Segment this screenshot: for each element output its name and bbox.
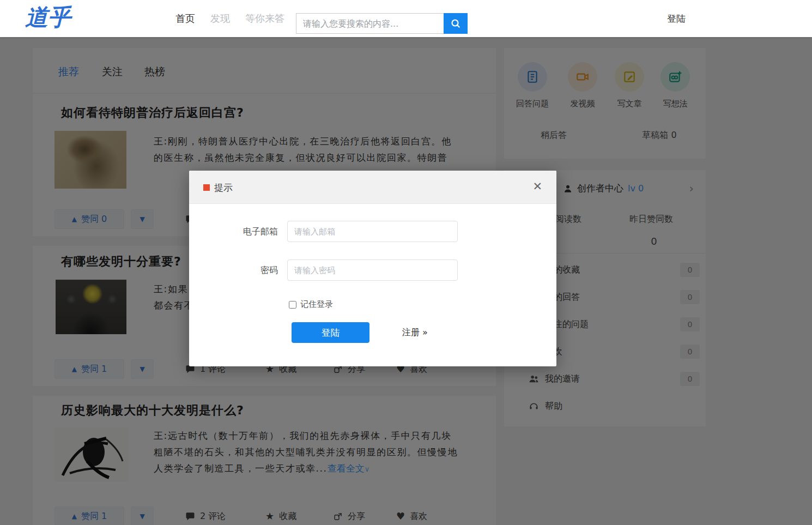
password-field[interactable] — [287, 260, 458, 281]
alert-square-icon — [203, 184, 210, 191]
nav-item-home[interactable]: 首页 — [175, 12, 195, 25]
modal-title: 提示 — [214, 182, 233, 194]
nav-item-waiting-answers[interactable]: 等你来答 — [245, 12, 284, 25]
register-link[interactable]: 注册 » — [402, 327, 428, 339]
search-input[interactable] — [296, 13, 444, 34]
login-button[interactable]: 登陆 — [292, 322, 369, 343]
nav-item-discover[interactable]: 发现 — [210, 12, 230, 25]
password-label: 密码 — [189, 260, 278, 281]
app: 道乎 首页 发现 等你来答 登陆 推荐 关注 热榜 如何看待特朗普治疗后返回白宫… — [0, 0, 812, 525]
email-field[interactable] — [287, 221, 458, 242]
modal-header: 提示 ✕ — [189, 171, 556, 204]
login-modal: 提示 ✕ 电子邮箱 密码 记住登录 登陆 注册 » — [189, 171, 556, 366]
email-row: 电子邮箱 — [189, 221, 556, 242]
top-navbar: 道乎 首页 发现 等你来答 登陆 — [0, 0, 812, 37]
email-label: 电子邮箱 — [189, 221, 278, 242]
password-row: 密码 — [189, 260, 556, 281]
search-icon — [450, 18, 461, 29]
navbar-login-link[interactable]: 登陆 — [667, 13, 686, 25]
remember-login-checkbox[interactable] — [289, 301, 296, 309]
search-button[interactable] — [444, 13, 468, 34]
close-icon[interactable]: ✕ — [529, 179, 546, 194]
site-logo[interactable]: 道乎 — [25, 2, 71, 33]
search-box — [296, 13, 468, 34]
remember-login-label: 记住登录 — [300, 299, 333, 310]
remember-login-checkbox-row: 记住登录 — [289, 299, 333, 310]
